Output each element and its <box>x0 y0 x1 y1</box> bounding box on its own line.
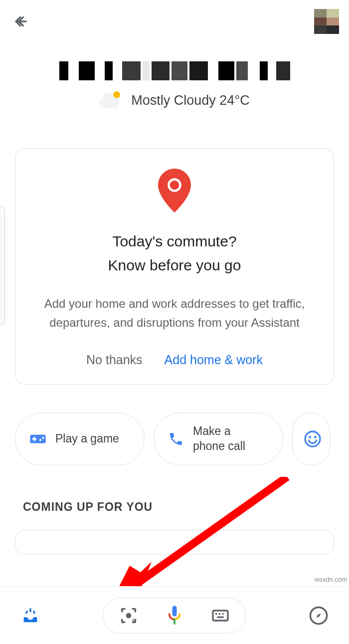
keyboard-button[interactable] <box>210 605 231 626</box>
keyboard-icon <box>210 606 230 626</box>
phone-icon <box>168 431 184 447</box>
chip-label: Make a phone call <box>193 424 258 454</box>
svg-rect-10 <box>173 606 177 616</box>
voice-button[interactable] <box>164 605 185 626</box>
commute-title-2: Know before you go <box>29 253 320 277</box>
game-controller-icon <box>29 430 46 447</box>
commute-card: Today's commute? Know before you go Add … <box>15 148 334 385</box>
svg-rect-16 <box>222 613 223 615</box>
svg-rect-17 <box>217 616 223 618</box>
mic-icon <box>166 605 183 626</box>
add-home-work-button[interactable]: Add home & work <box>165 353 263 367</box>
upcoming-card[interactable] <box>15 530 334 555</box>
commute-description: Add your home and work addresses to get … <box>29 294 320 333</box>
weather-row[interactable]: Mostly Cloudy 24°C <box>0 90 349 110</box>
weather-cloudy-icon <box>99 90 122 110</box>
svg-point-8 <box>126 613 132 618</box>
svg-point-3 <box>309 436 311 438</box>
chip-play-game[interactable]: Play a game <box>15 413 145 465</box>
compass-icon <box>308 605 329 626</box>
svg-rect-13 <box>213 611 228 621</box>
weather-text: Mostly Cloudy 24°C <box>131 93 249 108</box>
inbox-sparkle-icon <box>20 606 40 626</box>
redacted-location-text <box>59 61 290 80</box>
attribution-text: wsxdn.com <box>315 576 347 583</box>
chip-emoji[interactable] <box>292 413 330 465</box>
commute-title-1: Today's commute? <box>29 229 320 253</box>
updates-button[interactable] <box>20 605 41 626</box>
bottom-bar <box>0 586 349 644</box>
svg-point-9 <box>132 619 135 621</box>
svg-rect-14 <box>215 613 217 615</box>
explore-button[interactable] <box>308 605 329 626</box>
svg-point-4 <box>314 436 317 438</box>
smiley-icon <box>304 430 322 448</box>
suggestion-chips-row: Play a game Make a phone call <box>0 385 349 465</box>
no-thanks-button[interactable]: No thanks <box>86 353 143 367</box>
lens-icon <box>119 606 139 626</box>
chip-label: Play a game <box>55 431 119 446</box>
svg-rect-15 <box>219 613 220 615</box>
input-pill <box>103 598 246 634</box>
back-button[interactable] <box>10 10 32 32</box>
location-pin-icon <box>158 169 191 213</box>
chip-phone-call[interactable]: Make a phone call <box>154 413 283 465</box>
coming-up-header: COMING UP FOR YOU <box>23 500 349 514</box>
edge-assistant-handle[interactable] <box>0 206 5 325</box>
lens-button[interactable] <box>118 605 139 626</box>
svg-point-2 <box>305 431 320 446</box>
profile-avatar[interactable] <box>314 9 339 34</box>
